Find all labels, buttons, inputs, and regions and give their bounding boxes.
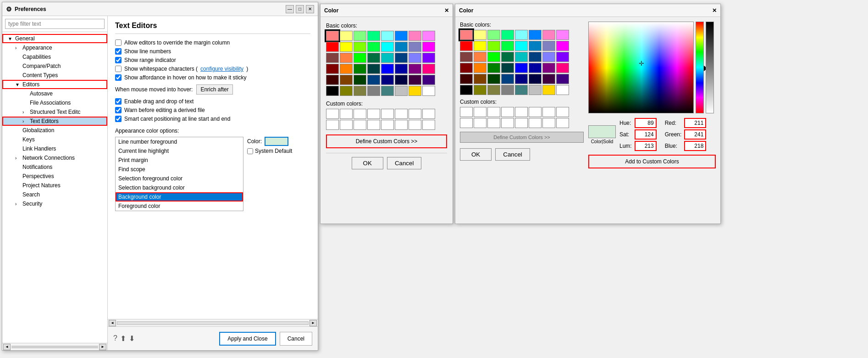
custom-color-cell[interactable] [529, 118, 542, 128]
search-input[interactable] [5, 19, 105, 29]
custom-color-cell[interactable] [460, 107, 473, 117]
custom-color-cell[interactable] [542, 118, 555, 128]
sidebar-item-notifications[interactable]: Notifications [2, 162, 107, 172]
color-spectrum[interactable]: ✛ [588, 22, 694, 113]
define-custom-colors-button[interactable]: Define Custom Colors >> [326, 134, 447, 148]
custom-color-cell[interactable] [409, 120, 421, 130]
color-cell[interactable] [542, 85, 555, 95]
adv-ok-button[interactable]: OK [460, 148, 492, 161]
color-cell[interactable] [326, 53, 339, 63]
color-cell[interactable] [354, 42, 366, 52]
color-cell[interactable] [422, 31, 435, 41]
color-cell[interactable] [367, 75, 380, 85]
color-cell[interactable] [395, 75, 408, 85]
color-cell[interactable] [460, 41, 473, 51]
sidebar-item-search[interactable]: Search [2, 190, 107, 199]
hscroll-track[interactable] [11, 346, 98, 348]
color-swatch[interactable] [265, 137, 288, 146]
help-icon[interactable]: ? [113, 334, 117, 343]
scroll-left-btn[interactable]: ◄ [3, 344, 11, 350]
add-custom-colors-button[interactable]: Add to Custom Colors [588, 155, 716, 168]
sidebar-item-capabilities[interactable]: Capabilities [2, 52, 107, 62]
color-cell[interactable] [354, 75, 366, 85]
custom-color-cell[interactable] [381, 120, 394, 130]
color-cell[interactable] [556, 30, 569, 40]
color-cell[interactable] [409, 75, 421, 85]
color-cell[interactable] [395, 86, 408, 96]
custom-color-cell[interactable] [487, 107, 500, 117]
custom-color-cell[interactable] [422, 109, 435, 119]
color-cell[interactable] [395, 53, 408, 63]
color-cell[interactable] [501, 52, 514, 62]
color-item-background[interactable]: Background color [116, 192, 243, 201]
color-cell[interactable] [556, 63, 569, 73]
color-cell[interactable] [409, 42, 421, 52]
color-cell[interactable] [422, 42, 435, 52]
cancel-button[interactable]: Cancel [280, 332, 312, 346]
color-item-find-scope[interactable]: Find scope [116, 165, 243, 174]
color-cell[interactable] [409, 64, 421, 74]
custom-color-cell[interactable] [326, 120, 339, 130]
color-cell[interactable] [529, 52, 542, 62]
sidebar-item-editors[interactable]: ▼ Editors [2, 80, 107, 89]
custom-color-cell[interactable] [501, 107, 514, 117]
color-cell[interactable] [529, 74, 542, 84]
sidebar-item-autosave[interactable]: Autosave [2, 89, 107, 98]
color-cell[interactable] [395, 31, 408, 41]
configure-visibility-link[interactable]: configure visibility [200, 66, 243, 72]
color-cell[interactable] [460, 30, 473, 40]
color-cell[interactable] [515, 30, 528, 40]
color-cell[interactable] [460, 85, 473, 95]
lum-input[interactable] [635, 141, 657, 151]
color-cell[interactable] [381, 31, 394, 41]
color-cell[interactable] [487, 63, 500, 73]
color-cell[interactable] [474, 30, 487, 40]
color-cell[interactable] [556, 52, 569, 62]
custom-color-cell[interactable] [474, 107, 487, 117]
custom-color-cell[interactable] [340, 120, 353, 130]
minimize-button[interactable]: — [286, 5, 294, 13]
color-item-selection-bg[interactable]: Selection background color [116, 183, 243, 192]
lightness-bar[interactable] [706, 22, 714, 113]
color-cell[interactable] [487, 74, 500, 84]
color-cell[interactable] [395, 64, 408, 74]
adv-cancel-button[interactable]: Cancel [495, 148, 530, 161]
color-cell[interactable] [542, 41, 555, 51]
sidebar-item-file-associations[interactable]: File Associations [2, 98, 107, 107]
custom-color-cell[interactable] [326, 109, 339, 119]
color-cell[interactable] [515, 63, 528, 73]
custom-color-cell[interactable] [556, 118, 569, 128]
sidebar-item-general[interactable]: ▼ General [2, 34, 107, 43]
color-cell[interactable] [460, 63, 473, 73]
apply-close-button[interactable]: Apply and Close [219, 332, 276, 346]
color-cell[interactable] [474, 63, 487, 73]
color-cell[interactable] [340, 53, 353, 63]
color-cell[interactable] [381, 75, 394, 85]
color-cell[interactable] [409, 86, 421, 96]
color-cell[interactable] [381, 86, 394, 96]
system-default-checkbox[interactable] [247, 148, 253, 154]
adv-define-custom-button[interactable]: Define Custom Colors >> [460, 132, 584, 143]
color-cell[interactable] [501, 63, 514, 73]
color-cell[interactable] [340, 86, 353, 96]
sidebar-item-link-handlers[interactable]: Link Handlers [2, 144, 107, 153]
color-cell[interactable] [354, 31, 366, 41]
color-cell[interactable] [354, 53, 366, 63]
color-cell[interactable] [474, 41, 487, 51]
custom-color-cell[interactable] [515, 118, 528, 128]
hue-bar[interactable] [696, 22, 704, 113]
whitespace-checkbox[interactable] [115, 66, 122, 72]
sidebar-item-text-editors[interactable]: › Text Editors [2, 117, 107, 126]
color-cell[interactable] [340, 42, 353, 52]
custom-color-cell[interactable] [395, 109, 408, 119]
color-cell[interactable] [529, 85, 542, 95]
color-cell[interactable] [542, 74, 555, 84]
color-cell[interactable] [501, 74, 514, 84]
color-cell[interactable] [422, 86, 435, 96]
color-dialog-close-icon[interactable]: ✕ [444, 7, 449, 14]
color-cell[interactable] [326, 31, 339, 41]
custom-color-cell[interactable] [474, 118, 487, 128]
color-cell[interactable] [501, 41, 514, 51]
color-cell[interactable] [409, 53, 421, 63]
color-item-line-number[interactable]: Line number foreground [116, 137, 243, 146]
